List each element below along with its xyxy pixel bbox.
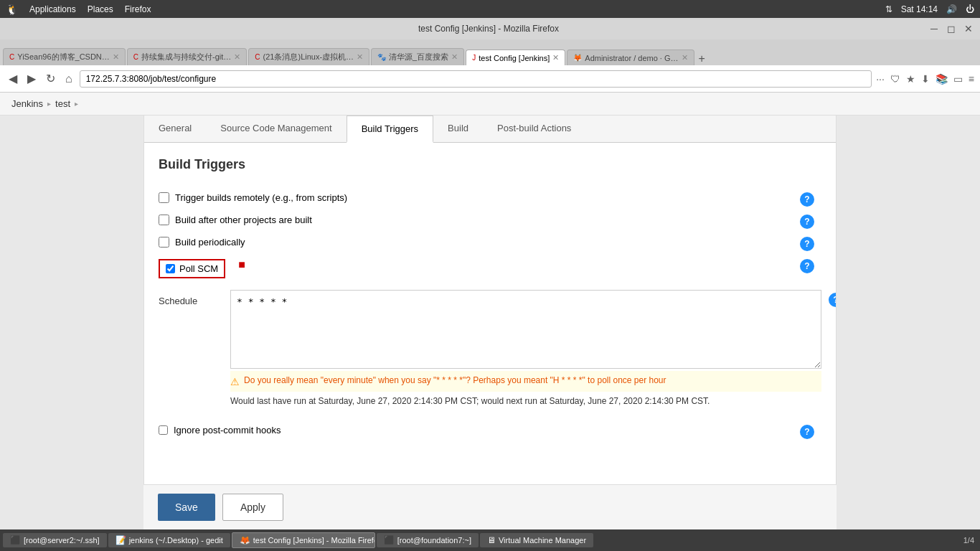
- poll-scm-checkbox[interactable]: [166, 264, 175, 273]
- system-bar-right: ⇅ Sat 14:14 🔊 ⏻: [885, 4, 974, 14]
- close-button[interactable]: ✕: [963, 23, 974, 34]
- ignore-post-commit-checkbox[interactable]: [159, 425, 168, 435]
- bottom-bar: Save Apply: [143, 484, 837, 529]
- tab-1[interactable]: C YiSean96的博客_CSDN… ✕: [3, 48, 126, 65]
- tab-build-triggers[interactable]: Build Triggers: [347, 116, 433, 143]
- browser-window: test Config [Jenkins] - Mozilla Firefox …: [0, 18, 980, 551]
- warning-icon: ⚠: [230, 376, 240, 387]
- taskbar-terminal2[interactable]: ⬛ [root@foundation7:~]: [377, 533, 479, 547]
- tab-4[interactable]: 🐾 清华源_百度搜索 ✕: [371, 48, 464, 65]
- schedule-label: Schedule: [159, 290, 216, 408]
- tab-close-3[interactable]: ✕: [357, 52, 363, 62]
- save-button[interactable]: Save: [158, 494, 215, 521]
- tab-label-4: 清华源_百度搜索: [389, 52, 448, 62]
- tab-close-6[interactable]: ✕: [682, 53, 688, 62]
- menu-icon[interactable]: ≡: [969, 73, 974, 85]
- more-options-icon[interactable]: ···: [876, 73, 885, 85]
- tab-build[interactable]: Build: [433, 116, 483, 142]
- taskbar-page-num: 1/4: [963, 536, 977, 545]
- config-tabs: General Source Code Management Build Tri…: [144, 116, 836, 143]
- tab-2[interactable]: C 持续集成与持续交付-git… ✕: [127, 48, 248, 65]
- periodically-label[interactable]: Build periodically: [159, 237, 245, 248]
- poll-scm-row: Poll SCM ■ ?: [159, 253, 821, 284]
- taskbar-virt[interactable]: 🖥 Virtual Machine Manager: [480, 533, 593, 547]
- after-other-row: Build after other projects are built ?: [159, 209, 821, 231]
- trigger-remote-label[interactable]: Trigger builds remotely (e.g., from scri…: [159, 192, 347, 203]
- help-icon-schedule[interactable]: ?: [829, 293, 837, 307]
- browser-title: test Config [Jenkins] - Mozilla Firefox: [49, 24, 928, 34]
- tab-favicon-1: C: [9, 53, 14, 61]
- tab-6[interactable]: 🦊 Administrator / demo · G… ✕: [567, 50, 694, 65]
- tab-label-5: test Config [Jenkins]: [479, 54, 550, 62]
- tab-close-4[interactable]: ✕: [451, 52, 458, 62]
- schedule-textarea[interactable]: [230, 290, 821, 369]
- fedora-icon: 🐧: [6, 4, 18, 15]
- library-icon[interactable]: 📚: [936, 73, 948, 85]
- tab-5[interactable]: J test Config [Jenkins] ✕: [466, 50, 565, 65]
- minimize-button[interactable]: ─: [928, 23, 940, 34]
- section-title: Build Triggers: [159, 157, 821, 172]
- trigger-remote-checkbox[interactable]: [159, 192, 169, 203]
- home-button[interactable]: ⌂: [62, 71, 75, 87]
- download-icon[interactable]: ⬇: [921, 73, 930, 85]
- build-triggers-section: Build Triggers Trigger builds remotely (…: [144, 143, 836, 499]
- trigger-remote-text: Trigger builds remotely (e.g., from scri…: [175, 192, 347, 203]
- ignore-post-commit-text: Ignore post-commit hooks: [174, 425, 281, 435]
- after-other-checkbox[interactable]: [159, 215, 169, 225]
- firefox-menu[interactable]: Firefox: [125, 4, 151, 14]
- schedule-input-wrapper: ? ⚠ Do you really mean "every minute" wh…: [230, 290, 821, 408]
- breadcrumb-test[interactable]: test: [55, 98, 70, 109]
- tab-post-build[interactable]: Post-build Actions: [483, 116, 585, 142]
- poll-scm-text: Poll SCM: [179, 263, 218, 274]
- taskbar-terminal1[interactable]: ⬛ [root@server2:~/.ssh]: [3, 533, 107, 547]
- restore-button[interactable]: ◻: [946, 23, 957, 34]
- bookmark-icon[interactable]: 🛡: [890, 73, 900, 85]
- after-other-label[interactable]: Build after other projects are built: [159, 215, 312, 225]
- trigger-remote-row: Trigger builds remotely (e.g., from scri…: [159, 187, 821, 209]
- star-icon[interactable]: ★: [906, 73, 915, 85]
- tab-general[interactable]: General: [144, 116, 206, 142]
- help-icon-periodically[interactable]: ?: [800, 237, 814, 251]
- help-icon-trigger-remote[interactable]: ?: [800, 192, 814, 207]
- help-icon-ignore-post-commit[interactable]: ?: [800, 425, 814, 439]
- help-icon-after-other[interactable]: ?: [800, 215, 814, 229]
- url-input[interactable]: [80, 70, 872, 88]
- tab-close-2[interactable]: ✕: [234, 52, 240, 62]
- help-icon-poll-scm[interactable]: ?: [800, 259, 814, 273]
- tab-favicon-3: C: [255, 53, 260, 61]
- apply-button[interactable]: Apply: [222, 494, 283, 521]
- taskbar: ⬛ [root@server2:~/.ssh] 📝 jenkins (~/.De…: [0, 529, 980, 551]
- ignore-post-commit-row: Ignore post-commit hooks ?: [159, 419, 821, 441]
- forward-button[interactable]: ▶: [24, 70, 39, 87]
- tab-favicon-6: 🦊: [573, 54, 582, 62]
- new-tab-button[interactable]: +: [696, 52, 708, 65]
- taskbar-gedit[interactable]: 📝 jenkins (~/.Desktop) - gedit: [108, 533, 230, 547]
- terminal2-icon: ⬛: [384, 535, 395, 545]
- address-icons: ··· 🛡 ★ ⬇ 📚 ▭ ≡: [876, 73, 974, 85]
- browser-titlebar: test Config [Jenkins] - Mozilla Firefox …: [0, 18, 980, 39]
- periodically-checkbox[interactable]: [159, 237, 169, 248]
- system-bar-left: 🐧 Applications Places Firefox: [6, 4, 151, 15]
- network-icon: ⇅: [885, 4, 892, 14]
- tab-favicon-4: 🐾: [377, 53, 386, 61]
- tab-3[interactable]: C (21条消息)Linux-虚拟机… ✕: [248, 48, 369, 65]
- back-button[interactable]: ◀: [6, 70, 20, 87]
- firefox-icon: 🦊: [240, 535, 250, 545]
- taskbar-virt-label: Virtual Machine Manager: [499, 536, 586, 545]
- periodically-text: Build periodically: [175, 237, 245, 248]
- breadcrumb-arrow-2: ▸: [75, 100, 78, 108]
- window-controls: ─ ◻ ✕: [928, 23, 974, 34]
- applications-menu[interactable]: Applications: [29, 4, 76, 14]
- power-icon[interactable]: ⏻: [966, 4, 974, 14]
- tab-close-1[interactable]: ✕: [113, 52, 119, 62]
- tabs-bar: C YiSean96的博客_CSDN… ✕ C 持续集成与持续交付-git… ✕…: [0, 39, 980, 65]
- warning-box: ⚠ Do you really mean "every minute" when…: [230, 371, 821, 392]
- breadcrumb-jenkins[interactable]: Jenkins: [11, 98, 43, 109]
- sidebar-icon[interactable]: ▭: [953, 73, 963, 85]
- places-menu[interactable]: Places: [88, 4, 113, 14]
- tab-close-5[interactable]: ✕: [552, 53, 559, 62]
- taskbar-firefox[interactable]: 🦊 test Config [Jenkins] - Mozilla Firefo…: [232, 532, 375, 548]
- reload-button[interactable]: ↻: [43, 70, 58, 87]
- volume-icon[interactable]: 🔊: [946, 4, 957, 14]
- tab-scm[interactable]: Source Code Management: [206, 116, 346, 142]
